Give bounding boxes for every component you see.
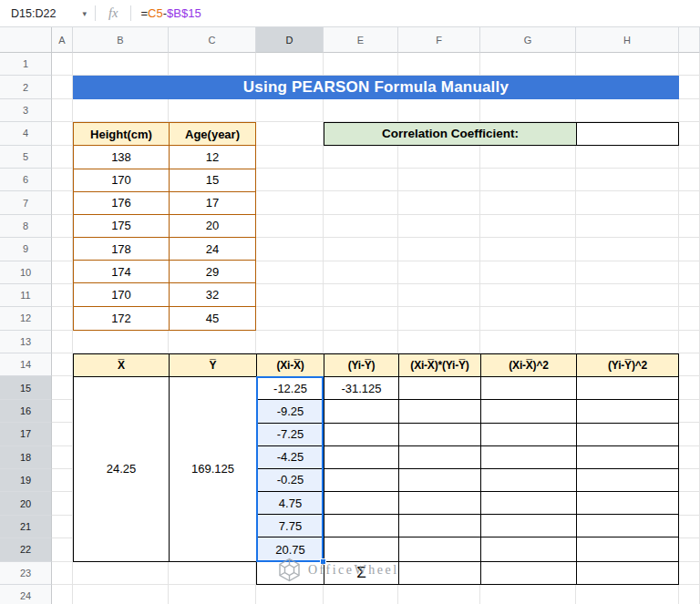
cell-F-7[interactable] bbox=[398, 191, 480, 214]
cell-overflow-10[interactable] bbox=[679, 261, 700, 284]
xi-deviation-cell[interactable]: -4.25 bbox=[257, 446, 324, 469]
table1-cell[interactable]: 24 bbox=[170, 238, 255, 261]
column-header-G[interactable]: G bbox=[480, 27, 576, 53]
table2-cell[interactable] bbox=[481, 492, 577, 515]
cell-F-13[interactable] bbox=[398, 331, 480, 353]
table2-cell[interactable] bbox=[324, 424, 399, 446]
cell-G-7[interactable] bbox=[480, 191, 576, 214]
cell-F-9[interactable] bbox=[398, 238, 480, 261]
table2-cell[interactable] bbox=[481, 400, 577, 423]
name-box[interactable]: D15:D22 ▾ bbox=[0, 0, 95, 26]
cell-overflow-7[interactable] bbox=[679, 191, 700, 214]
table1-cell[interactable]: 15 bbox=[170, 169, 255, 192]
chevron-down-icon[interactable]: ▾ bbox=[82, 9, 87, 18]
cell-overflow-8[interactable] bbox=[679, 215, 700, 238]
cell-F-12[interactable] bbox=[398, 307, 480, 330]
cell-A-7[interactable] bbox=[52, 191, 73, 214]
cell-F-5[interactable] bbox=[398, 146, 480, 169]
cell-A-15[interactable] bbox=[52, 376, 73, 399]
xi-deviation-cell[interactable]: 20.75 bbox=[257, 537, 324, 560]
table2-cell[interactable] bbox=[481, 377, 577, 400]
table2-cell[interactable] bbox=[399, 537, 481, 560]
formula-input[interactable]: =C5-$B$15 bbox=[140, 6, 201, 20]
cell-overflow-5[interactable] bbox=[679, 146, 700, 169]
cell-overflow-3[interactable] bbox=[679, 99, 700, 122]
cell-A-3[interactable] bbox=[52, 99, 73, 122]
row-header-15[interactable]: 15 bbox=[0, 376, 52, 399]
table1-cell[interactable]: 174 bbox=[74, 261, 170, 283]
cell-C-24[interactable] bbox=[169, 585, 256, 604]
cell-A-17[interactable] bbox=[52, 423, 73, 445]
cell-A-5[interactable] bbox=[52, 146, 73, 169]
xi-deviation-cell[interactable]: -9.25 bbox=[257, 400, 324, 423]
cell-E-11[interactable] bbox=[324, 284, 398, 307]
table1-cell[interactable]: 32 bbox=[170, 283, 255, 306]
row-header-13[interactable]: 13 bbox=[0, 331, 52, 353]
xi-deviation-cell[interactable]: -0.25 bbox=[257, 469, 324, 492]
cell-overflow-9[interactable] bbox=[679, 238, 700, 261]
cell-D-4[interactable] bbox=[256, 122, 324, 145]
cell-A-9[interactable] bbox=[52, 238, 73, 261]
cell-H-13[interactable] bbox=[576, 331, 679, 353]
cell-overflow-23[interactable] bbox=[679, 562, 700, 585]
fill-handle[interactable] bbox=[320, 558, 326, 565]
cell-G-3[interactable] bbox=[480, 99, 576, 122]
cell-B-24[interactable] bbox=[73, 585, 169, 604]
row-header-8[interactable]: 8 bbox=[0, 215, 52, 238]
cell-G-8[interactable] bbox=[480, 215, 576, 238]
cell-A-1[interactable] bbox=[52, 53, 73, 76]
table2-cell[interactable] bbox=[399, 515, 481, 537]
table2-cell[interactable] bbox=[324, 515, 399, 537]
row-header-12[interactable]: 12 bbox=[0, 307, 52, 330]
sum-row-cell[interactable] bbox=[481, 562, 577, 584]
table2-cell[interactable] bbox=[481, 515, 577, 537]
cell-C-13[interactable] bbox=[169, 331, 256, 353]
row-header-24[interactable]: 24 bbox=[0, 585, 52, 604]
cell-F-6[interactable] bbox=[398, 169, 480, 191]
table2-cell[interactable] bbox=[324, 537, 399, 560]
table2-cell[interactable] bbox=[481, 537, 577, 560]
cell-H-5[interactable] bbox=[576, 146, 679, 169]
cell-A-14[interactable] bbox=[52, 353, 73, 376]
cell-A-19[interactable] bbox=[52, 469, 73, 492]
table1-cell[interactable]: 170 bbox=[74, 283, 170, 306]
cell-overflow-16[interactable] bbox=[679, 400, 700, 423]
cell-A-10[interactable] bbox=[52, 261, 73, 284]
cell-E-8[interactable] bbox=[324, 215, 398, 238]
row-header-19[interactable]: 19 bbox=[0, 469, 52, 492]
table2-cell[interactable] bbox=[481, 446, 577, 469]
row-header-18[interactable]: 18 bbox=[0, 446, 52, 469]
row-header-7[interactable]: 7 bbox=[0, 191, 52, 214]
cell-D-11[interactable] bbox=[256, 284, 324, 307]
cell-A-2[interactable] bbox=[52, 76, 73, 98]
cell-D-10[interactable] bbox=[256, 261, 324, 284]
table2-cell[interactable] bbox=[481, 424, 577, 446]
cell-overflow-12[interactable] bbox=[679, 307, 700, 330]
sum-row-cell[interactable] bbox=[577, 562, 678, 584]
cell-B-13[interactable] bbox=[73, 331, 169, 353]
cell-A-16[interactable] bbox=[52, 400, 73, 423]
cell-A-24[interactable] bbox=[52, 585, 73, 604]
cell-A-12[interactable] bbox=[52, 307, 73, 330]
xi-deviation-cell[interactable]: -12.25 bbox=[257, 377, 324, 400]
cell-D-24[interactable] bbox=[256, 585, 324, 604]
xi-deviation-cell[interactable]: 4.75 bbox=[257, 492, 324, 515]
cell-D-9[interactable] bbox=[256, 238, 324, 261]
cell-A-4[interactable] bbox=[52, 122, 73, 145]
cell-overflow-13[interactable] bbox=[679, 331, 700, 353]
table1-cell[interactable]: 29 bbox=[170, 261, 255, 283]
row-header-23[interactable]: 23 bbox=[0, 562, 52, 585]
table1-cell[interactable]: 175 bbox=[74, 215, 170, 238]
column-header-H[interactable]: H bbox=[576, 27, 679, 53]
table2-cell[interactable] bbox=[577, 377, 678, 400]
cell-H-6[interactable] bbox=[576, 169, 679, 191]
cell-overflow-17[interactable] bbox=[679, 423, 700, 445]
cell-F-10[interactable] bbox=[398, 261, 480, 284]
cell-E-1[interactable] bbox=[324, 53, 398, 76]
column-header-overflow[interactable] bbox=[679, 27, 700, 53]
cell-A-20[interactable] bbox=[52, 492, 73, 515]
table2-cell[interactable] bbox=[399, 492, 481, 515]
row-header-10[interactable]: 10 bbox=[0, 261, 52, 284]
table1-cell[interactable]: 176 bbox=[74, 192, 170, 215]
cell-F-3[interactable] bbox=[398, 99, 480, 122]
